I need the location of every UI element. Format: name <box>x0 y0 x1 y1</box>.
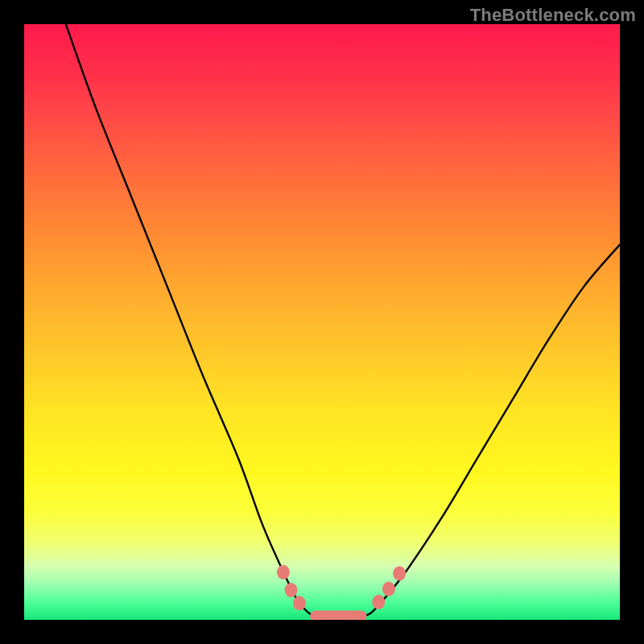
curve-svg <box>24 24 620 620</box>
bottleneck-curve <box>66 24 620 617</box>
curve-marker <box>293 596 306 610</box>
chart-frame: TheBottleneck.com <box>0 0 644 644</box>
curve-marker <box>372 595 385 609</box>
markers-group <box>277 565 406 620</box>
valley-marker <box>310 611 366 620</box>
curve-marker <box>277 565 290 580</box>
curve-marker <box>382 582 395 597</box>
watermark-text: TheBottleneck.com <box>470 5 636 26</box>
plot-area <box>24 24 620 620</box>
curve-marker <box>285 583 298 597</box>
curve-marker <box>393 566 406 580</box>
